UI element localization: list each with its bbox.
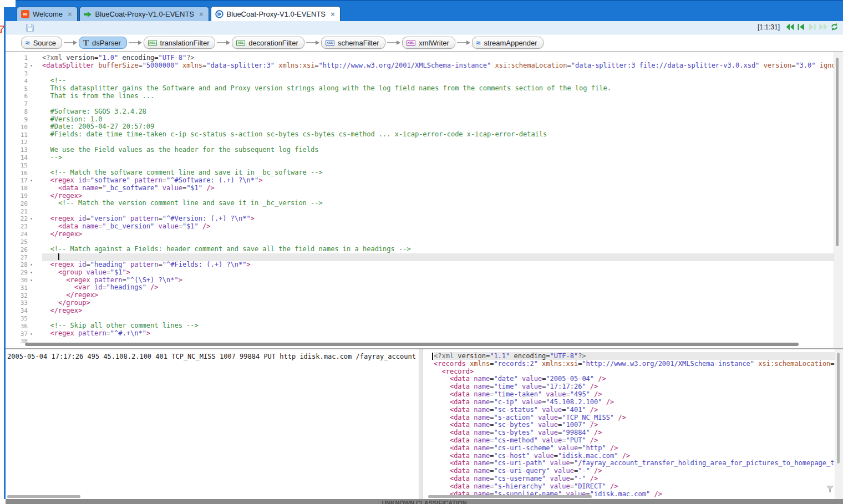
pipeline-element-schemafilter[interactable]: XSD schemaFilter (321, 37, 385, 49)
line-number[interactable]: 14 (6, 154, 37, 162)
output-pane-vscrollbar[interactable] (835, 349, 843, 499)
line-number[interactable]: 26 (6, 246, 37, 253)
line-number[interactable]: 4 (6, 77, 37, 85)
code-line: </regex> (42, 192, 834, 200)
pane-splitter[interactable] (419, 349, 423, 499)
line-number[interactable]: 34 (6, 307, 37, 315)
pipeline-element-xmlwriter[interactable]: XML xmlWriter (402, 37, 455, 49)
pipeline-structure: ≈ Source T dsParser XSL translationFilte… (6, 34, 843, 52)
line-number[interactable]: 35 (6, 315, 37, 323)
line-number[interactable]: 9 (6, 116, 37, 124)
pipeline-element-label: decorationFilter (248, 39, 298, 47)
line-number[interactable]: 10 (6, 123, 37, 131)
line-number[interactable]: 7 (6, 100, 37, 108)
line-number[interactable]: 36 (6, 322, 37, 330)
code-line: <!-- Skip all other comment lines --> (42, 322, 834, 330)
fold-toggle-icon[interactable]: ▾ (30, 63, 37, 68)
step-last-button[interactable] (819, 23, 827, 31)
filter-funnel-icon[interactable] (826, 485, 834, 495)
code-line: <data name="s-hierarchy" value="DIRECT" … (434, 482, 841, 490)
line-number[interactable]: 16 (6, 169, 37, 177)
fold-toggle-icon[interactable]: ▾ (30, 270, 37, 275)
code-line: </regex> (42, 231, 834, 238)
line-number[interactable]: 5 (6, 85, 37, 93)
stepping-data-panes: 2005-05-04 17:17:26 495 45.108.2.100 401… (6, 348, 843, 499)
line-number[interactable]: 20 (6, 200, 37, 207)
line-number[interactable]: 2▾ (6, 62, 37, 70)
pipeline-element-label: dsParser (92, 39, 121, 47)
line-number[interactable]: 31 (6, 284, 37, 292)
pipeline-element-label: Source (33, 39, 56, 47)
tab-label: Welcome (33, 10, 63, 18)
line-number[interactable]: 8 (6, 108, 37, 116)
editor-horizontal-scrollbar-thumb[interactable] (25, 343, 799, 346)
fold-toggle-icon[interactable]: ▾ (30, 216, 37, 221)
line-number[interactable]: 17▾ (6, 177, 37, 185)
save-button[interactable] (26, 23, 34, 32)
editor-code[interactable]: <?xml version="1.0" encoding="UTF-8"?><d… (42, 54, 834, 345)
line-number[interactable]: 21 (6, 207, 37, 215)
line-number[interactable]: 25 (6, 238, 37, 246)
fold-toggle-icon[interactable]: ▾ (30, 278, 37, 283)
line-number[interactable]: 19 (6, 192, 37, 200)
step-forward-button[interactable] (808, 23, 816, 31)
line-number[interactable]: 6 (6, 93, 37, 100)
datasplitter-editor[interactable]: 12▾34567891011121314151617▾1819202122▾23… (6, 52, 843, 348)
output-pane-vscrollbar-thumb[interactable] (837, 353, 840, 464)
editor-vertical-scrollbar[interactable] (834, 52, 843, 348)
line-number[interactable]: 29▾ (6, 269, 37, 277)
code-line: <!-- Match the software comment line and… (42, 169, 834, 177)
editor-vertical-scrollbar-thumb[interactable] (836, 58, 839, 246)
tab-bluecoat-stepping[interactable]: BlueCoat-Proxy-V1.0-EVENTS × (211, 6, 341, 21)
line-number[interactable]: 24 (6, 231, 37, 238)
line-number[interactable]: 28▾ (6, 261, 37, 269)
fold-toggle-icon[interactable]: ▾ (30, 178, 37, 183)
line-number[interactable]: 32 (6, 292, 37, 299)
code-line: <?xml version="1.1" encoding="UTF-8"?> (434, 352, 841, 360)
tab-bluecoat-translation[interactable]: BlueCoat-Proxy-V1.0-EVENTS × (79, 7, 209, 21)
pipeline-arrow-icon (217, 40, 230, 45)
line-number[interactable]: 11 (6, 131, 37, 139)
line-number[interactable]: 3 (6, 70, 37, 78)
input-pane-hscrollbar-thumb[interactable] (7, 495, 80, 498)
line-number[interactable]: 15 (6, 161, 37, 169)
classification-bar: UNKNOWN CLASSIFICATION (6, 499, 843, 504)
filter-partial-icon[interactable] (0, 25, 5, 36)
pipeline-element-translationfilter[interactable]: XSL translationFilter (144, 37, 216, 49)
line-number[interactable]: 27 (6, 253, 37, 261)
fold-toggle-icon[interactable]: ▾ (30, 332, 37, 337)
tab-welcome[interactable]: ∞ Welcome × (17, 7, 78, 21)
code-line: <?xml version="1.0" encoding="UTF-8"?> (42, 54, 834, 62)
code-line: <dataSplitter bufferSize="5000000" xmlns… (42, 62, 834, 70)
line-number[interactable]: 1 (6, 54, 37, 62)
code-line: <data name="c-ip" value="45.108.2.100" /… (434, 398, 841, 406)
line-number[interactable]: 33 (6, 299, 37, 307)
pipeline-element-source[interactable]: ≈ Source (21, 37, 62, 49)
output-data-pane[interactable]: <?xml version="1.1" encoding="UTF-8"?><r… (423, 349, 843, 499)
line-number[interactable]: 37▾ (6, 330, 37, 338)
pipeline-arrow-icon (457, 40, 470, 45)
code-line: <data name="cs-username" value="-" /> (434, 475, 841, 482)
close-icon[interactable]: × (331, 11, 335, 18)
code-line: <!-- Match against a Fields: header comm… (42, 246, 834, 253)
step-first-button[interactable] (786, 23, 794, 31)
input-data-pane[interactable]: 2005-05-04 17:17:26 495 45.108.2.100 401… (6, 349, 419, 499)
pipeline-element-decorationfilter[interactable]: XSL decorationFilter (232, 37, 304, 49)
close-icon[interactable]: × (199, 11, 204, 18)
output-pane-hscrollbar-thumb[interactable] (428, 495, 592, 498)
step-backward-button[interactable] (797, 23, 805, 31)
line-number[interactable]: 30▾ (6, 277, 37, 284)
line-number[interactable]: 13 (6, 146, 37, 154)
stroom-logo-icon: ∞ (21, 10, 29, 18)
code-line: </regex> (42, 292, 834, 299)
line-number[interactable]: 23 (6, 223, 37, 231)
pipeline-element-dsparser[interactable]: T dsParser (79, 37, 127, 49)
close-icon[interactable]: × (68, 11, 72, 18)
line-number[interactable]: 22▾ (6, 215, 37, 223)
line-number[interactable]: 12 (6, 139, 37, 146)
refresh-icon[interactable] (830, 23, 839, 31)
fold-toggle-icon[interactable]: ▾ (30, 262, 37, 267)
code-line (42, 315, 834, 323)
pipeline-element-streamappender[interactable]: ≈ streamAppender (472, 37, 544, 49)
line-number[interactable]: 18 (6, 185, 37, 192)
